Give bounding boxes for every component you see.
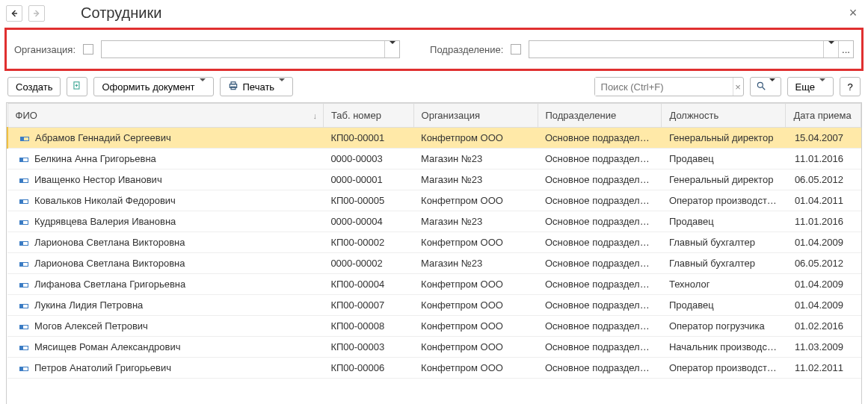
table-row[interactable]: Иващенко Нестор Иванович0000-00001Магази… xyxy=(7,170,861,190)
table-row[interactable]: Абрамов Геннадий СергеевичКП00-00001Конф… xyxy=(7,128,861,149)
cell-org: Конфетпром ООО xyxy=(413,316,538,337)
col-header-org[interactable]: Организация xyxy=(413,104,538,128)
cell-date: 11.03.2009 xyxy=(786,337,861,358)
row-marker-icon xyxy=(19,158,28,162)
col-header-tab[interactable]: Таб. номер xyxy=(323,104,413,128)
table-row[interactable]: Кудрявцева Валерия Ивановна0000-00004Маг… xyxy=(7,211,861,232)
cell-fio: Иващенко Нестор Иванович xyxy=(7,170,323,190)
cell-pos: Главный бухгалтер xyxy=(662,253,786,274)
org-filter-checkbox[interactable] xyxy=(83,44,93,55)
search-input[interactable] xyxy=(595,78,733,96)
dept-filter-more-button[interactable]: ... xyxy=(838,41,853,58)
search-clear-button[interactable]: × xyxy=(733,78,743,96)
cell-fio: Могов Алексей Петрович xyxy=(7,316,323,337)
more-button[interactable]: Еще xyxy=(787,77,834,96)
cell-tab: 0000-00001 xyxy=(323,170,413,190)
cell-fio: Лукина Лидия Петровна xyxy=(7,295,323,316)
cell-pos: Главный бухгалтер xyxy=(662,232,786,253)
cell-pos: Продавец xyxy=(662,295,786,316)
dept-filter-checkbox[interactable] xyxy=(511,44,521,55)
row-marker-icon xyxy=(20,137,29,141)
table-row[interactable]: Ларионова Светлана Викторовна0000-00002М… xyxy=(7,253,861,274)
col-header-pos[interactable]: Должность xyxy=(662,104,786,128)
create-button[interactable]: Создать xyxy=(7,77,61,96)
cell-pos: Генеральный директор xyxy=(662,128,786,149)
arrow-right-icon xyxy=(32,9,41,18)
create-copy-button[interactable] xyxy=(67,77,87,96)
table-row[interactable]: Ковальков Николай ФедоровичКП00-00005Кон… xyxy=(7,190,861,211)
print-button[interactable]: Печать xyxy=(220,77,294,96)
dept-filter-label: Подразделение: xyxy=(430,44,503,55)
cell-dept: Основное подразделе… xyxy=(538,358,662,379)
cell-org: Конфетпром ООО xyxy=(413,274,538,295)
row-marker-icon xyxy=(19,199,28,204)
svg-line-7 xyxy=(762,87,765,90)
org-filter-select[interactable] xyxy=(101,40,400,58)
search-box: × xyxy=(594,77,744,96)
cell-tab: КП00-00006 xyxy=(323,358,413,379)
cell-tab: КП00-00001 xyxy=(323,128,413,149)
cell-tab: 0000-00004 xyxy=(323,211,413,232)
cell-pos: Продавец xyxy=(662,211,786,232)
cell-pos: Начальник производс… xyxy=(662,337,786,358)
cell-tab: 0000-00003 xyxy=(323,149,413,170)
col-header-fio[interactable]: ФИО↓ xyxy=(7,104,323,128)
page-title: Сотрудники xyxy=(81,4,838,22)
cell-tab: КП00-00004 xyxy=(323,274,413,295)
cell-org: Конфетпром ООО xyxy=(413,358,538,379)
cell-fio: Ларионова Светлана Викторовна xyxy=(7,232,323,253)
table-row[interactable]: Могов Алексей ПетровичКП00-00008Конфетпр… xyxy=(7,316,861,337)
cell-date: 15.04.2007 xyxy=(786,128,861,149)
dept-filter-select[interactable]: ... xyxy=(529,40,854,58)
table-row[interactable]: Лифанова Светлана ГригорьевнаКП00-00004К… xyxy=(7,274,861,295)
cell-date: 11.01.2016 xyxy=(786,149,861,170)
cell-fio: Кудрявцева Валерия Ивановна xyxy=(7,211,323,232)
cell-dept: Основное подразделе… xyxy=(538,253,662,274)
cell-dept: Основное подразделе… xyxy=(538,274,662,295)
cell-dept: Основное подразделе… xyxy=(538,295,662,316)
cell-org: Магазин №23 xyxy=(413,149,538,170)
cell-org: Конфетпром ООО xyxy=(413,337,538,358)
cell-pos: Генеральный директор xyxy=(662,170,786,190)
table-row[interactable]: Лукина Лидия ПетровнаКП00-00007Конфетпро… xyxy=(7,295,861,316)
cell-dept: Основное подразделе… xyxy=(538,211,662,232)
dept-filter-dropdown-button[interactable] xyxy=(823,41,838,58)
close-button[interactable]: × xyxy=(844,5,862,21)
cell-date: 01.04.2009 xyxy=(786,232,861,253)
cell-dept: Основное подразделе… xyxy=(538,128,662,149)
cell-tab: КП00-00003 xyxy=(323,337,413,358)
cell-pos: Оператор производст… xyxy=(662,358,786,379)
org-filter-dropdown-button[interactable] xyxy=(384,41,399,58)
table-row[interactable]: Белкина Анна Григорьевна0000-00003Магази… xyxy=(7,149,861,170)
cell-fio: Ковальков Николай Федорович xyxy=(7,190,323,211)
caret-down-icon xyxy=(279,81,285,93)
document-button[interactable]: Оформить документ xyxy=(93,77,213,96)
svg-rect-4 xyxy=(231,81,236,84)
cell-dept: Основное подразделе… xyxy=(538,190,662,211)
cell-date: 11.01.2016 xyxy=(786,211,861,232)
col-header-dept[interactable]: Подразделение xyxy=(538,104,662,128)
caret-down-icon xyxy=(769,81,775,93)
sort-asc-icon: ↓ xyxy=(313,111,317,120)
table-row[interactable]: Петров Анатолий ГригорьевичКП00-00006Кон… xyxy=(7,358,861,379)
search-button[interactable] xyxy=(750,77,781,96)
row-marker-icon xyxy=(19,304,28,308)
row-marker-icon xyxy=(19,346,28,350)
cell-pos: Продавец xyxy=(662,149,786,170)
cell-fio: Петров Анатолий Григорьевич xyxy=(7,358,323,379)
cell-pos: Оператор производст… xyxy=(662,190,786,211)
cell-date: 01.04.2009 xyxy=(786,274,861,295)
cell-tab: КП00-00008 xyxy=(323,316,413,337)
cell-org: Магазин №23 xyxy=(413,211,538,232)
back-button[interactable] xyxy=(6,5,22,22)
help-button[interactable]: ? xyxy=(840,77,861,96)
forward-button[interactable] xyxy=(28,5,45,22)
table-row[interactable]: Ларионова Светлана ВикторовнаКП00-00002К… xyxy=(7,232,861,253)
row-marker-icon xyxy=(19,241,28,246)
cell-tab: КП00-00002 xyxy=(323,232,413,253)
table-row[interactable]: Мясищев Роман АлександровичКП00-00003Кон… xyxy=(7,337,861,358)
col-header-date[interactable]: Дата приема xyxy=(786,104,861,128)
cell-date: 11.02.2011 xyxy=(786,358,861,379)
cell-org: Магазин №23 xyxy=(413,170,538,190)
arrow-left-icon xyxy=(10,9,19,18)
